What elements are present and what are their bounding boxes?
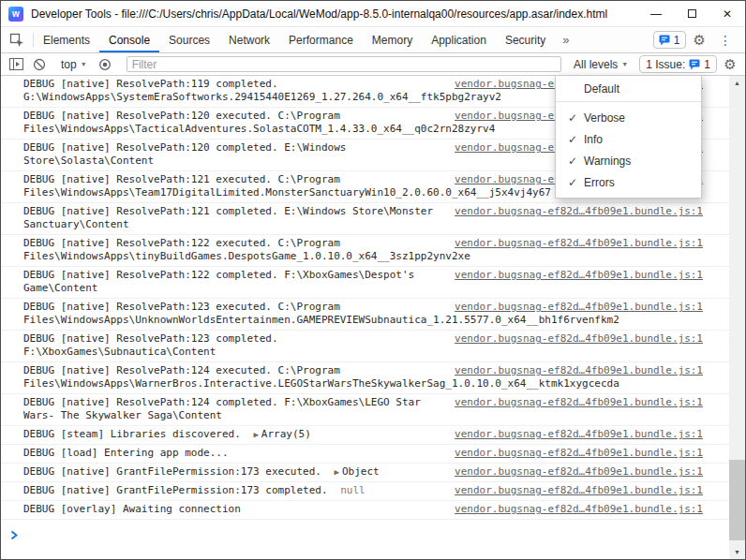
menu-item-label: Info: [584, 133, 603, 146]
devtools-window: w Developer Tools - file:///C:/Users/chr…: [0, 0, 746, 560]
log-message: DEBUG [overlay] Awaiting connection: [23, 503, 241, 515]
menu-item-default[interactable]: ✓ Default: [556, 76, 701, 102]
source-link[interactable]: vendor.bugsnag-ef82d…4fb09e1.bundle.js:1: [455, 396, 703, 409]
clear-console-button[interactable]: [29, 55, 50, 74]
menu-item-label: Errors: [584, 176, 615, 189]
chevron-down-icon: ▼: [621, 61, 628, 67]
check-icon: ✓: [567, 133, 578, 146]
log-row: vendor.bugsnag-ef82d…4fb09e1.bundle.js:1…: [1, 331, 729, 362]
scroll-thumb[interactable]: [729, 460, 745, 540]
filter-input[interactable]: [127, 56, 561, 72]
issues-counter-button[interactable]: 1: [653, 31, 686, 49]
log-row: vendor.bugsnag-ef82d…4fb09e1.bundle.js:1…: [1, 445, 729, 464]
scrollbar[interactable]: ▲ ▼: [729, 76, 745, 559]
close-button[interactable]: ✕: [709, 1, 745, 26]
expand-triangle-icon[interactable]: ▶: [253, 430, 258, 439]
tab-strip: Elements Console Sources Network Perform…: [34, 27, 555, 52]
source-link[interactable]: vendor.bugsnag-ef82d…4fb09e1.bundle.js:1: [455, 503, 703, 516]
scroll-down-button[interactable]: ▼: [729, 545, 745, 559]
prompt-chevron-icon: [10, 530, 18, 540]
log-row: vendor.bugsnag-ef82d…4fb09e1.bundle.js:1…: [1, 501, 729, 520]
source-link[interactable]: vendor.bugsnag-ef82d…4fb09e1.bundle.js:1: [455, 364, 703, 377]
source-link[interactable]: vendor.bugsnag-ef82d…4fb09e1.bundle.js:1: [455, 205, 703, 218]
source-link[interactable]: vendor.bugsnag-ef82d…4fb09e1.bundle.js:1: [455, 269, 703, 282]
source-link[interactable]: vendor.bugsnag-ef82d…4fb09e1.bundle.js:1: [455, 301, 703, 314]
menu-item-errors[interactable]: ✓ Errors: [556, 171, 701, 193]
console-prompt[interactable]: [1, 520, 745, 544]
source-link[interactable]: vendor.bugsnag-ef82d…4fb09e1.bundle.js:1: [455, 484, 703, 497]
issues-count: 1: [674, 34, 680, 47]
inspect-element-button[interactable]: [1, 27, 33, 52]
wemod-app-icon: w: [8, 7, 23, 22]
log-message: DEBUG [native] ResolvePath:122 completed…: [23, 269, 414, 294]
log-row: vendor.bugsnag-ef82d…4fb09e1.bundle.js:1…: [1, 299, 729, 331]
log-message: DEBUG [native] GrantFilePermission:173 e…: [23, 465, 321, 478]
object-preview[interactable]: Object: [342, 465, 380, 478]
tab-label: Security: [505, 34, 545, 47]
tab-application[interactable]: Application: [422, 27, 496, 52]
check-icon: ✓: [567, 155, 578, 168]
issues-summary-button[interactable]: 1 Issue: 1: [639, 55, 717, 73]
source-link[interactable]: vendor.bugsnag-ef82d…4fb09e1.bundle.js:1: [455, 428, 703, 441]
log-row: vendor.bugsnag-ef82d…4fb09e1.bundle.js:1…: [1, 267, 729, 299]
tab-sources[interactable]: Sources: [159, 27, 219, 52]
log-message: DEBUG [native] ResolvePath:120 executed.…: [23, 110, 495, 135]
tab-console[interactable]: Console: [99, 27, 159, 52]
expand-triangle-icon[interactable]: ▶: [335, 467, 339, 477]
log-message: DEBUG [steam] Libraries discovered.: [23, 428, 241, 440]
menu-item-label: Default: [584, 82, 619, 96]
maximize-button[interactable]: [674, 1, 709, 26]
source-link[interactable]: vendor.bugsnag-ef82d…4fb09e1.bundle.js:1: [455, 332, 703, 346]
source-link[interactable]: vendor.bugsnag-ef82d…4fb09e1.bundle.js:1: [455, 465, 703, 479]
live-expression-button[interactable]: [95, 55, 115, 74]
source-link[interactable]: vendor.bugsnag-ef82d…4fb09e1.bundle.js:1: [455, 237, 703, 250]
tab-label: Network: [229, 34, 270, 47]
menu-item-warnings[interactable]: ✓ Warnings: [556, 150, 701, 171]
issues-summary-count: 1: [704, 58, 710, 71]
title-bar: w Developer Tools - file:///C:/Users/chr…: [1, 1, 745, 27]
menu-item-verbose[interactable]: ✓ Verbose: [556, 107, 701, 128]
check-icon: ✓: [567, 111, 578, 125]
console-settings-button[interactable]: ⚙: [720, 55, 740, 74]
minimize-button[interactable]: —: [638, 1, 674, 26]
tab-security[interactable]: Security: [496, 27, 555, 52]
menu-item-label: Verbose: [584, 111, 625, 125]
log-levels-selector[interactable]: All levels ▼: [569, 58, 633, 71]
source-link[interactable]: vendor.bugsnag-ef82d…4fb09e1.bundle.js:1: [455, 447, 703, 460]
settings-button[interactable]: ⚙: [694, 33, 706, 47]
log-message: DEBUG [native] ResolvePath:123 completed…: [23, 332, 278, 358]
object-preview[interactable]: Array(5): [261, 428, 311, 440]
kebab-menu-icon: ⋮: [713, 33, 738, 48]
tab-elements[interactable]: Elements: [34, 27, 99, 52]
log-message: DEBUG [native] ResolvePath:120 completed…: [23, 141, 346, 167]
log-row: vendor.bugsnag-ef82d…4fb09e1.bundle.js:1…: [1, 482, 729, 501]
log-levels-label: All levels: [574, 58, 618, 71]
log-message: DEBUG [native] ResolvePath:122 executed.…: [23, 237, 470, 262]
console-sidebar-button[interactable]: [6, 55, 26, 74]
issues-icon: [689, 59, 700, 70]
context-label: top: [61, 58, 77, 71]
menu-item-info[interactable]: ✓ Info: [556, 128, 701, 150]
tab-performance[interactable]: Performance: [279, 27, 363, 52]
tab-label: Application: [431, 34, 486, 47]
tab-label: Memory: [372, 34, 412, 47]
menu-item-label: Warnings: [584, 155, 631, 168]
log-row: vendor.bugsnag-ef82d…4fb09e1.bundle.js:1…: [1, 235, 729, 267]
issues-icon: [659, 35, 670, 46]
javascript-context-selector[interactable]: top ▼: [56, 58, 92, 71]
log-row: vendor.bugsnag-ef82d…4fb09e1.bundle.js:1…: [1, 426, 729, 445]
tab-label: Performance: [289, 34, 353, 47]
log-row: vendor.bugsnag-ef82d…4fb09e1.bundle.js:1…: [1, 203, 729, 235]
chevron-down-icon: ▼: [81, 61, 87, 67]
more-tabs-button[interactable]: »: [555, 27, 576, 52]
tab-memory[interactable]: Memory: [363, 27, 422, 52]
main-menu-button[interactable]: ⋮: [713, 33, 738, 48]
log-row: vendor.bugsnag-ef82d…4fb09e1.bundle.js:1…: [1, 464, 729, 482]
tab-network[interactable]: Network: [219, 27, 279, 52]
log-message: DEBUG [native] GrantFilePermission:173 c…: [23, 484, 328, 496]
tab-label: Sources: [169, 34, 210, 47]
console-sidebar-icon: [9, 58, 23, 70]
check-icon: ✓: [567, 176, 578, 189]
log-message: DEBUG [native] ResolvePath:124 completed…: [23, 396, 421, 421]
scroll-up-button[interactable]: ▲: [729, 76, 745, 90]
